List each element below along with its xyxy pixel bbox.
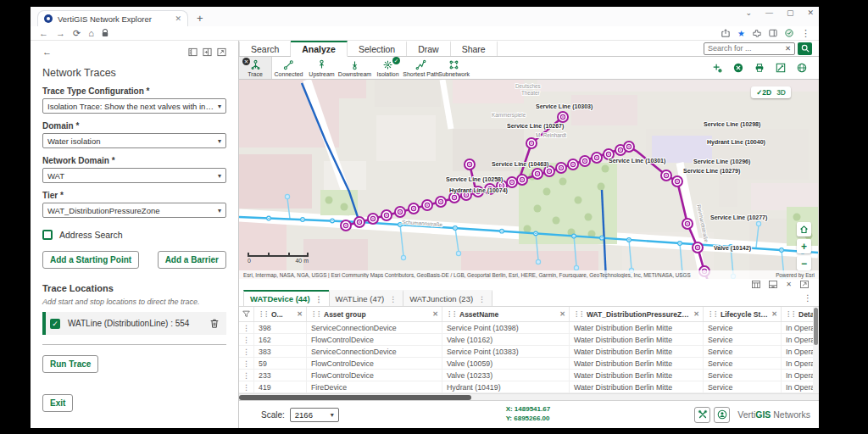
- tool-isolation[interactable]: ✓Isolation: [371, 57, 404, 79]
- drag-handle-icon[interactable]: ⋮⋮: [258, 310, 268, 318]
- map-view[interactable]: DeutschesTheaterKammerspieleService Line…: [239, 80, 819, 279]
- panel-pin-icon[interactable]: [188, 47, 198, 57]
- window-maximize-icon[interactable]: ▢: [787, 8, 794, 17]
- table-row[interactable]: ⋮383ServiceConnectionDeviceService Point…: [239, 346, 819, 358]
- tab-search-icon[interactable]: ⌄: [745, 8, 752, 17]
- search-box[interactable]: ✕: [704, 42, 795, 55]
- column-header-3[interactable]: ⋮⋮AssetName✕: [442, 307, 570, 321]
- tab-search[interactable]: Search: [239, 41, 291, 56]
- table-row[interactable]: ⋮59FlowControlDeviceValve (10059)Water D…: [239, 358, 819, 370]
- search-button[interactable]: [798, 42, 812, 55]
- drag-handle-icon[interactable]: ⋮⋮: [707, 310, 717, 318]
- basemap-globe-icon[interactable]: [797, 63, 807, 73]
- tab-share[interactable]: Share: [451, 41, 498, 56]
- back-icon[interactable]: ←: [39, 28, 48, 38]
- search-input[interactable]: [708, 44, 782, 53]
- scale-select[interactable]: 2166 ▾: [290, 408, 339, 422]
- bookmark-star-icon[interactable]: ★: [737, 29, 745, 38]
- panel-back-icon[interactable]: ←: [42, 47, 52, 57]
- column-header-1[interactable]: ⋮⋮O...✕: [254, 307, 307, 321]
- tier-select[interactable]: WAT_DistributionPressureZone▾: [42, 203, 226, 218]
- remove-column-icon[interactable]: ✕: [432, 310, 438, 318]
- drag-handle-icon[interactable]: ⋮⋮: [310, 310, 320, 318]
- address-search-checkbox[interactable]: [42, 230, 53, 240]
- tool-trace[interactable]: ✕Trace: [239, 57, 272, 79]
- close-panel-icon[interactable]: ✕: [786, 281, 792, 288]
- table-panel-menu-icon[interactable]: ⋮: [804, 293, 812, 303]
- tab-close-icon[interactable]: ✕: [175, 14, 181, 23]
- column-header-4[interactable]: ⋮⋮WAT_DistributionPressureZone✕: [570, 307, 704, 321]
- drag-handle-icon[interactable]: ⋮⋮: [785, 310, 795, 318]
- column-header-2[interactable]: ⋮⋮Asset group✕: [307, 307, 442, 321]
- remove-column-icon[interactable]: ✕: [693, 310, 699, 318]
- extension-badge-icon[interactable]: [785, 29, 793, 37]
- table-row[interactable]: ⋮162FlowControlDeviceValve (10162)Water …: [239, 334, 819, 346]
- dock-panel-icon[interactable]: [769, 281, 777, 288]
- row-menu-icon[interactable]: ⋮: [239, 322, 254, 333]
- browser-tab[interactable]: VertiGIS Network Explorer ✕: [37, 10, 188, 26]
- table-row[interactable]: ⋮233FlowControlDeviceValve (10233)Water …: [239, 370, 819, 381]
- table-horizontal-scrollbar[interactable]: [239, 393, 819, 400]
- zoom-in-button[interactable]: +: [797, 239, 811, 253]
- window-minimize-icon[interactable]: —: [765, 8, 773, 17]
- table-tab-watjunction[interactable]: WATJunction (23)⋮: [403, 290, 492, 306]
- home-icon[interactable]: ⌂: [88, 28, 94, 38]
- row-menu-icon[interactable]: ⋮: [239, 358, 254, 369]
- column-header-5[interactable]: ⋮⋮Lifecycle Status✕: [704, 307, 782, 321]
- row-menu-icon[interactable]: ⋮: [239, 381, 254, 392]
- window-close-icon[interactable]: ✕: [807, 8, 814, 17]
- new-tab-button[interactable]: +: [197, 10, 203, 26]
- remove-column-icon[interactable]: ✕: [771, 310, 777, 318]
- tab-analyze[interactable]: Analyze: [291, 41, 348, 57]
- domain-select[interactable]: Water isolation▾: [42, 133, 226, 148]
- add-barrier-button[interactable]: Add a Barrier: [158, 251, 226, 269]
- table-row[interactable]: ⋮419FireDeviceHydrant (10419)Water Distr…: [239, 381, 819, 393]
- add-bookmark-icon[interactable]: i: [712, 63, 722, 73]
- browser-menu-icon[interactable]: ⋮: [801, 28, 810, 39]
- drag-handle-icon[interactable]: ⋮⋮: [573, 310, 583, 318]
- tab-selection[interactable]: Selection: [348, 41, 407, 56]
- panel-expand-icon[interactable]: [217, 47, 226, 57]
- tab-draw[interactable]: Draw: [407, 41, 451, 56]
- tool-shortest-path[interactable]: Shortest Path: [404, 57, 437, 79]
- tool-upstream[interactable]: Upstream: [305, 57, 338, 79]
- markup-icon[interactable]: [776, 63, 786, 73]
- side-panel-icon[interactable]: [769, 29, 777, 37]
- row-menu-icon[interactable]: ⋮: [239, 346, 254, 357]
- forward-icon[interactable]: →: [56, 28, 65, 38]
- table-tab-watline[interactable]: WATLine (47)⋮: [329, 290, 404, 306]
- tab-menu-icon[interactable]: ⋮: [315, 295, 323, 303]
- filter-header-cell[interactable]: [239, 307, 254, 321]
- remove-column-icon[interactable]: ✕: [559, 310, 565, 318]
- clear-search-icon[interactable]: ✕: [785, 44, 791, 53]
- row-menu-icon[interactable]: ⋮: [239, 370, 254, 381]
- extensions-icon[interactable]: [753, 29, 761, 37]
- add-starting-point-button[interactable]: Add a Starting Point: [42, 251, 139, 269]
- tab-menu-icon[interactable]: ⋮: [389, 295, 397, 303]
- trace-location-item[interactable]: ✓ WATLine (DistributionLine) : 554: [42, 312, 226, 335]
- trace-location-checkbox[interactable]: ✓: [50, 319, 60, 329]
- cancel-icon[interactable]: [733, 63, 743, 73]
- map-home-button[interactable]: [797, 222, 811, 236]
- drag-handle-icon[interactable]: ⋮⋮: [446, 310, 456, 318]
- trace-type-select[interactable]: Isolation Trace: Show the next valves wi…: [42, 98, 226, 114]
- account-button[interactable]: [714, 407, 730, 423]
- run-trace-button[interactable]: Run Trace: [42, 355, 98, 373]
- zoom-out-button[interactable]: −: [797, 256, 811, 270]
- print-icon[interactable]: [754, 63, 765, 73]
- attribute-table-icon[interactable]: [752, 281, 760, 288]
- panel-dock-icon[interactable]: [203, 47, 212, 57]
- remove-column-icon[interactable]: ✕: [297, 310, 303, 318]
- maximize-panel-icon[interactable]: [800, 281, 809, 288]
- network-domain-select[interactable]: WAT▾: [42, 168, 226, 183]
- share-icon[interactable]: [721, 29, 730, 37]
- utilities-button[interactable]: [694, 407, 710, 423]
- 2d-3d-toggle[interactable]: ✓2D 3D: [751, 86, 791, 98]
- tool-connected[interactable]: Connected: [272, 57, 305, 79]
- table-row[interactable]: ⋮398ServiceConnectionDeviceService Point…: [239, 322, 819, 334]
- exit-button[interactable]: Exit: [42, 394, 73, 412]
- tab-menu-icon[interactable]: ⋮: [478, 295, 486, 303]
- row-menu-icon[interactable]: ⋮: [239, 334, 254, 345]
- delete-trace-location-icon[interactable]: [209, 318, 220, 329]
- reload-icon[interactable]: ⟳: [73, 28, 81, 39]
